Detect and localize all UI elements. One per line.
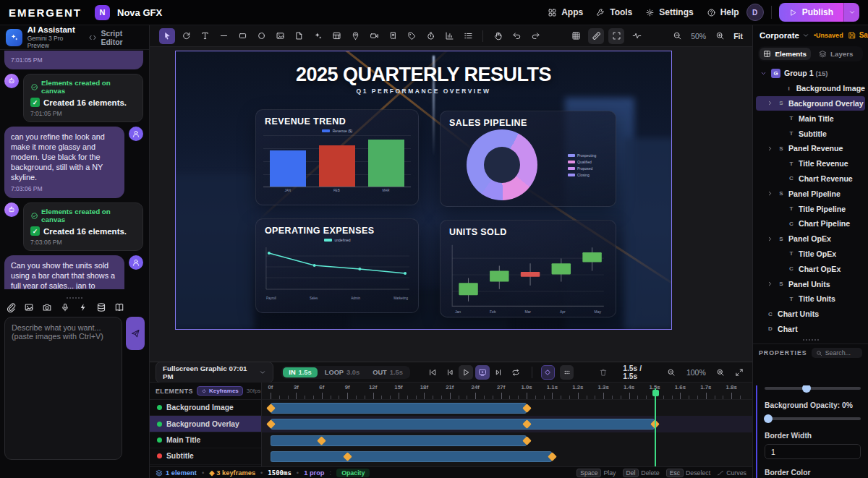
menu-help[interactable]: Help [707,7,739,17]
delete-keyframe-button[interactable] [596,365,610,380]
fit-button[interactable]: Fit [733,32,743,40]
tool-wave[interactable] [629,28,644,44]
publish-button[interactable]: Publish [779,3,859,22]
menu-tools[interactable]: Tools [596,7,632,17]
loop-button[interactable] [509,365,523,380]
timeline-expand-button[interactable] [733,365,746,380]
layer-list[interactable]: GGroup 1 (15)IBackground ImageSBackgroun… [753,64,868,338]
panel-sales-pipeline[interactable]: SALES PIPELINEProspectingQualifiedPropos… [440,111,616,207]
playhead[interactable] [655,388,656,466]
tool-select[interactable] [159,28,175,44]
layer-chart[interactable]: DChart [756,322,865,337]
tool-ellipse[interactable] [253,28,269,44]
timeline-ruler[interactable]: 0f3f6f9f12f15f18f21f24f27f1.0s1.1s1.2s1.… [262,383,752,400]
tool-list[interactable] [460,28,476,44]
track-background-image[interactable]: Background Image [150,400,261,416]
nextframe-button[interactable] [492,365,506,380]
tool-text[interactable] [197,28,213,44]
tool-receipt[interactable] [385,28,401,44]
timeline-lane[interactable] [262,416,752,432]
attach-icon[interactable] [6,302,16,312]
timeline-lane[interactable] [262,448,752,464]
tool-focus[interactable] [608,28,624,44]
layer-panel-opex[interactable]: SPanel OpEx [756,231,865,247]
timeline-lane[interactable] [262,400,752,416]
track-main-title[interactable]: Main Title [150,432,261,448]
zoom-in-button[interactable] [712,28,728,44]
zoom-out-button[interactable] [669,28,685,44]
layer-group-1[interactable]: GGroup 1 (15) [756,66,865,81]
tool-pin[interactable] [347,28,363,44]
timeline-lane-area[interactable]: 0f3f6f9f12f15f18f21f24f27f1.0s1.1s1.2s1.… [262,383,752,466]
animation-bar[interactable] [271,451,552,462]
tool-table[interactable] [328,28,344,44]
tool-timer[interactable] [422,28,438,44]
panel-units-sold[interactable]: UNITS SOLDJanFebMarAprMay [440,220,616,317]
tool-ruler[interactable] [588,28,604,44]
timeline-lane[interactable] [262,432,752,448]
tool-video[interactable] [366,28,382,44]
tool-rotate[interactable] [178,28,194,44]
play-button[interactable] [459,365,473,380]
tool-pan[interactable] [490,28,506,44]
mic-icon[interactable] [60,302,70,312]
curves-button[interactable]: Curves [717,469,746,477]
tool-image[interactable] [272,28,288,44]
timeline-zoom-out-button[interactable] [665,365,678,380]
preset-selector[interactable]: Corporate [760,31,809,40]
prompt-input[interactable] [4,317,122,460]
tab-layers[interactable]: Layers [811,48,862,60]
layer-title-pipeline[interactable]: TTitle Pipeline [756,201,865,216]
keyframe-mode-button[interactable] [541,365,555,380]
tool-grid[interactable] [568,28,584,44]
layer-subtitle[interactable]: TSubtitle [756,126,865,141]
grid-dots-button[interactable] [560,365,574,380]
panel-revenue-trend[interactable]: REVENUE TRENDRevenue ($)JANFEBMAR [255,109,419,205]
prevframe-button[interactable] [442,365,456,380]
camera-icon[interactable] [42,302,52,312]
layer-title-opex[interactable]: TTitle OpEx [756,247,865,262]
database-icon[interactable] [96,302,106,312]
send-button[interactable] [126,317,145,350]
layer-title-units[interactable]: TTitle Units [756,291,865,307]
save-button[interactable]: Save [848,31,868,40]
segment-in[interactable]: IN1.5s [283,367,317,377]
background-opacity-slider[interactable] [765,417,861,420]
tool-chart[interactable] [441,28,457,44]
preview-button[interactable] [475,365,490,380]
layer-panel-units[interactable]: SPanel Units [756,276,865,291]
tool-undo[interactable] [509,28,524,44]
tool-tag[interactable] [404,28,420,44]
layer-background-overlay[interactable]: SBackground Overlay [756,96,865,111]
layer-panel-pipeline[interactable]: SPanel Pipeline [756,186,865,201]
keyframes-toggle[interactable]: Keyframes [197,386,243,396]
skipstart-button[interactable] [425,365,440,380]
image-icon[interactable] [24,302,34,312]
border-width-input[interactable] [765,444,861,459]
layer-chart-units[interactable]: CChart Units [756,307,865,322]
graphic-viewport[interactable]: 2025 QUARTERLY RESULTS Q1 PERFORMANCE OV… [175,51,672,330]
canvas-area[interactable]: 2025 QUARTERLY RESULTS Q1 PERFORMANCE OV… [150,47,752,362]
bolt-icon[interactable] [78,302,88,312]
layer-chart-opex[interactable]: CChart OpEx [756,261,865,276]
layer-panel-revenue[interactable]: SPanel Revenue [756,141,865,156]
layer-chart-pipeline[interactable]: CChart Pipeline [756,216,865,231]
tool-rect[interactable] [234,28,250,44]
segment-out[interactable]: OUT1.5s [367,367,409,377]
partial-slider[interactable] [765,387,861,390]
layer-background-image[interactable]: IBackground Image [756,81,865,96]
layer-title-revenue[interactable]: TTitle Revenue [756,156,865,171]
animation-bar[interactable] [271,419,655,430]
track-background-overlay[interactable]: Background Overlay [150,416,261,432]
panel-resize-handle[interactable] [753,338,868,342]
tool-sparkles[interactable] [310,28,326,44]
chat-message-list[interactable]: 7:01:05 PMElements created on canvas✓Cre… [0,51,148,289]
book-icon[interactable] [114,302,124,312]
menu-settings[interactable]: Settings [645,7,693,17]
menu-apps[interactable]: Apps [548,7,583,17]
properties-search[interactable] [812,348,862,358]
segment-loop[interactable]: LOOP3.0s [319,367,365,377]
animation-bar[interactable] [271,403,527,414]
tab-elements[interactable]: Elements [760,48,811,60]
publish-caret[interactable] [843,3,859,22]
